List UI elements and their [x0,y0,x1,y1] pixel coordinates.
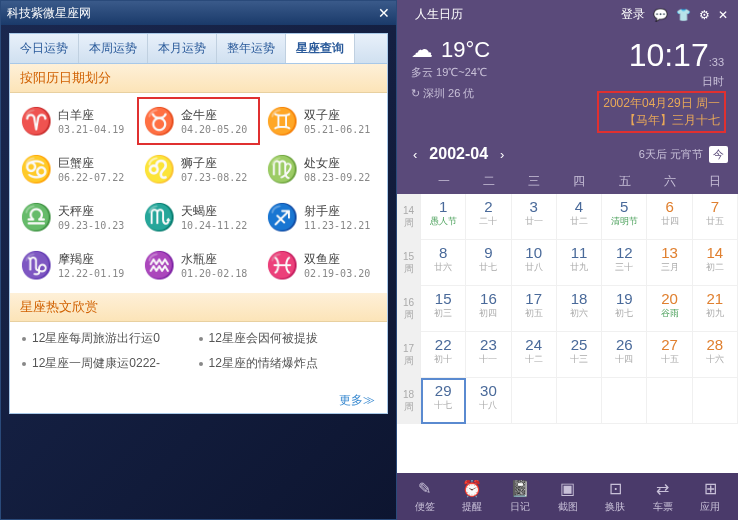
zodiac-巨蟹座[interactable]: ♋巨蟹座06.22-07.22 [14,145,137,193]
hot-item[interactable]: 12星座每周旅游出行运0 [22,330,199,347]
calendar-day [602,378,647,424]
zodiac-icon: ♉ [143,105,175,137]
feedback-icon[interactable]: 👕 [676,8,691,22]
location: 深圳 26 优 [423,87,474,99]
calendar-day[interactable]: 2二十 [466,194,511,240]
zodiac-icon: ♊ [266,105,298,137]
calendar-day[interactable]: 30十八 [466,378,511,424]
close-icon[interactable]: ✕ [378,5,390,21]
calendar-day[interactable]: 4廿二 [557,194,602,240]
calendar-day[interactable]: 17初五 [512,286,557,332]
settings-icon[interactable]: ⚙ [699,8,710,22]
clock-time: 10:17 [629,37,709,73]
weekday-header: 一 [421,173,466,190]
toolbar-应用[interactable]: ⊞应用 [686,479,734,514]
zodiac-狮子座[interactable]: ♌狮子座07.23-08.22 [137,145,260,193]
zodiac-icon: ♏ [143,201,175,233]
zodiac-处女座[interactable]: ♍处女座08.23-09.22 [260,145,383,193]
tab-4[interactable]: 星座查询 [286,34,355,63]
hot-item[interactable]: 12星座一周健康运0222- [22,355,199,372]
date-line: 2002年04月29日 周一 【马年】三月十七 [599,93,724,131]
calendar-day[interactable]: 11廿九 [557,240,602,286]
calendar-day[interactable]: 7廿五 [693,194,738,240]
calendar-day[interactable]: 10廿八 [512,240,557,286]
chat-icon[interactable]: 💬 [653,8,668,22]
calendar-day[interactable]: 28十六 [693,332,738,378]
zodiac-天蝎座[interactable]: ♏天蝎座10.24-11.22 [137,193,260,241]
zodiac-天秤座[interactable]: ♎天秤座09.23-10.23 [14,193,137,241]
calendar-day[interactable]: 1愚人节 [421,194,466,240]
calendar-day[interactable]: 9廿七 [466,240,511,286]
tab-1[interactable]: 本周运势 [79,34,148,63]
month-label[interactable]: 2002-04 [429,145,488,163]
zodiac-双子座[interactable]: ♊双子座05.21-06.21 [260,97,383,145]
calendar-day[interactable]: 20谷雨 [647,286,692,332]
weekday-header: 三 [512,173,557,190]
calendar-day[interactable]: 13三月 [647,240,692,286]
calendar-day[interactable]: 21初九 [693,286,738,332]
calendar-day[interactable]: 22初十 [421,332,466,378]
toolbar-车票[interactable]: ⇄车票 [639,479,687,514]
toolbar-截图[interactable]: ▣截图 [544,479,592,514]
zodiac-双鱼座[interactable]: ♓双鱼座02.19-03.20 [260,241,383,289]
zodiac-金牛座[interactable]: ♉金牛座04.20-05.20 [137,97,260,145]
weekday-header: 六 [647,173,692,190]
weather-icon: ☁ [411,37,433,63]
tab-2[interactable]: 本月运势 [148,34,217,63]
hot-header: 星座热文欣赏 [10,293,387,322]
calendar-day[interactable]: 29十七 [421,378,466,424]
calendar-title: 人生日历 [415,6,463,23]
calendar-day [557,378,602,424]
calendar-day[interactable]: 14初二 [693,240,738,286]
hot-item[interactable]: 12星座会因何被提拔 [199,330,376,347]
toolbar-提醒[interactable]: ⏰提醒 [449,479,497,514]
calendar-day[interactable]: 26十四 [602,332,647,378]
calendar-day[interactable]: 19初七 [602,286,647,332]
right-header: 人生日历 登录 💬 👕 ⚙ ✕ [397,0,738,29]
calendar-day[interactable]: 6廿四 [647,194,692,240]
next-month[interactable]: › [494,147,510,162]
zodiac-摩羯座[interactable]: ♑摩羯座12.22-01.19 [14,241,137,289]
calendar-day[interactable]: 3廿一 [512,194,557,240]
festival-info: 6天后 元宵节 [639,147,703,162]
toolbar-便签[interactable]: ✎便签 [401,479,449,514]
zodiac-水瓶座[interactable]: ♒水瓶座01.20-02.18 [137,241,260,289]
prev-month[interactable]: ‹ [407,147,423,162]
toolbar-换肤[interactable]: ⊡换肤 [591,479,639,514]
calendar-day [647,378,692,424]
calendar-day[interactable]: 24十二 [512,332,557,378]
close-icon[interactable]: ✕ [718,8,728,22]
time-label: 日时 [599,74,724,89]
calendar-day[interactable]: 15初三 [421,286,466,332]
titlebar: 科技紫微星座网 ✕ [1,1,396,25]
calendar-day[interactable]: 16初四 [466,286,511,332]
section-header: 按阳历日期划分 [10,64,387,93]
calendar-day[interactable]: 18初六 [557,286,602,332]
toolbar-日记[interactable]: 📓日记 [496,479,544,514]
zodiac-icon: ♋ [20,153,52,185]
tab-3[interactable]: 整年运势 [217,34,286,63]
login-link[interactable]: 登录 [621,6,645,23]
calendar-day[interactable]: 23十一 [466,332,511,378]
temperature: 19°C [441,37,490,63]
more-link[interactable]: 更多≫ [10,388,387,413]
weekday-header: 日 [693,173,738,190]
tab-0[interactable]: 今日运势 [10,34,79,63]
today-button[interactable]: 今 [709,146,728,163]
calendar-day [512,378,557,424]
zodiac-icon: ♒ [143,249,175,281]
calendar-day[interactable]: 12三十 [602,240,647,286]
calendar-day[interactable]: 5清明节 [602,194,647,240]
zodiac-白羊座[interactable]: ♈白羊座03.21-04.19 [14,97,137,145]
zodiac-icon: ♑ [20,249,52,281]
refresh-icon[interactable]: ↻ [411,87,420,99]
calendar-day[interactable]: 8廿六 [421,240,466,286]
tab-bar: 今日运势本周运势本月运势整年运势星座查询 [10,34,387,64]
zodiac-射手座[interactable]: ♐射手座11.23-12.21 [260,193,383,241]
week-number: 14周 [397,194,421,240]
calendar-day[interactable]: 27十五 [647,332,692,378]
calendar-day [693,378,738,424]
zodiac-icon: ♓ [266,249,298,281]
calendar-day[interactable]: 25十三 [557,332,602,378]
hot-item[interactable]: 12星座的情绪爆炸点 [199,355,376,372]
